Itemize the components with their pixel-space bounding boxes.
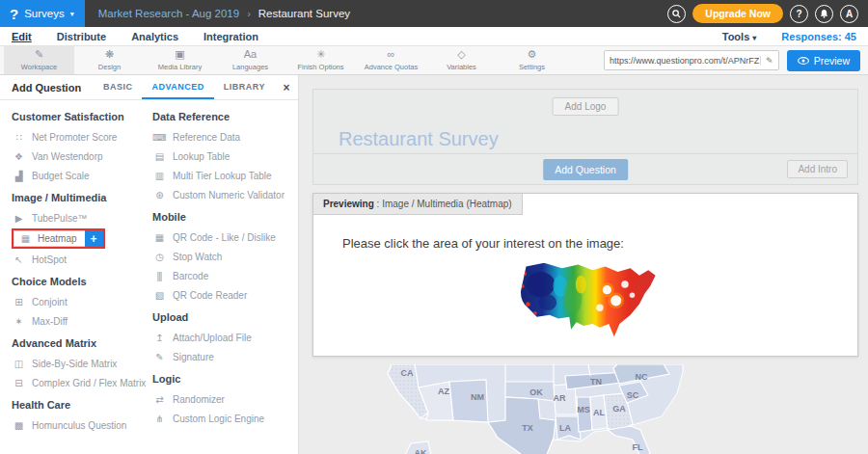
state-label-az: AZ	[438, 387, 449, 396]
breadcrumb-project[interactable]: Market Research - Aug 2019	[98, 8, 239, 19]
us-states-map: CA AZ NM OK AR TN NC SC MS AL GA TX LA F…	[299, 364, 868, 454]
question-preview-card: Previewing : Image / Multimedia (Heatmap…	[312, 193, 858, 357]
survey-url-input[interactable]	[610, 56, 760, 66]
survey-title[interactable]: Restaurant Survey	[339, 128, 499, 150]
section-upload: Upload	[152, 311, 297, 323]
notifications-button[interactable]	[815, 5, 833, 23]
tab-library[interactable]: LIBRARY	[214, 75, 275, 99]
add-intro-button[interactable]: Add Intro	[787, 160, 848, 178]
question-type-barcode[interactable]: ||| Barcode	[152, 266, 297, 285]
chain-links-icon: ∞	[388, 49, 395, 61]
state-label-ms: MS	[577, 405, 590, 414]
tab-basic[interactable]: BASIC	[94, 75, 143, 99]
question-type-stop-watch[interactable]: ◷ Stop Watch	[152, 247, 297, 266]
question-type-custom-logic-engine[interactable]: ⋔ Custom Logic Engine	[152, 409, 297, 428]
add-logo-button[interactable]: Add Logo	[553, 97, 619, 116]
question-type-conjoint[interactable]: ⊞ Conjoint	[12, 292, 152, 311]
nav-tab-distribute[interactable]: Distribute	[57, 31, 106, 42]
breadcrumb: Market Research - Aug 2019 › Restaurant …	[98, 0, 350, 27]
question-type-side-by-side-matrix[interactable]: ◫ Side-By-Side Matrix	[12, 354, 152, 373]
toolbar-finish-options[interactable]: ✳ Finish Options	[285, 46, 356, 74]
add-heatmap-button[interactable]: +	[85, 230, 103, 247]
state-label-sc: SC	[627, 390, 639, 400]
nav-tab-edit[interactable]: Edit	[12, 31, 32, 42]
toolbar-workspace[interactable]: ✎ Workspace	[4, 46, 74, 74]
toolbar-settings[interactable]: ⚙ Settings	[497, 46, 567, 74]
question-type-qr-code-reader[interactable]: ▧ QR Code Reader	[152, 285, 297, 305]
survey-nav: Edit Distribute Analytics Integration To…	[0, 27, 868, 46]
price-tag-icon: ❖	[12, 151, 25, 162]
chevron-down-icon: ▾	[70, 10, 74, 18]
heatmap-question-image[interactable]	[513, 259, 658, 338]
toolbar-languages[interactable]: Aa Languages	[215, 46, 285, 74]
responses-link[interactable]: Responses: 45	[781, 31, 856, 42]
net-promoter-score-icon: ∷	[12, 132, 25, 143]
question-type-tubepulse[interactable]: ▶ TubePulse™	[12, 208, 152, 227]
video-icon: ▶	[12, 213, 25, 224]
account-avatar[interactable]: A	[840, 5, 858, 23]
close-panel-button[interactable]: ×	[275, 75, 298, 99]
wand-icon: ✶	[12, 316, 25, 327]
section-data-reference: Data Reference	[152, 111, 297, 122]
toolbar-variables[interactable]: ◇ Variables	[426, 46, 497, 74]
content-area: Add Question BASIC ADVANCED LIBRARY × Cu…	[0, 75, 868, 454]
question-type-net-promoter-score[interactable]: ∷ Net Promoter Score	[12, 127, 152, 147]
question-text: Please click the area of your interest o…	[342, 236, 624, 251]
state-fl-shape	[608, 426, 650, 454]
top-bar: ? Surveys ▾ Market Research - Aug 2019 ›…	[0, 0, 868, 27]
search-icon	[672, 10, 681, 18]
search-button[interactable]	[667, 5, 686, 23]
edit-url-icon[interactable]: ✎	[760, 56, 773, 66]
add-question-button[interactable]: Add Question	[543, 159, 628, 180]
signature-icon: ✎	[152, 352, 166, 362]
nav-tab-analytics[interactable]: Analytics	[131, 31, 178, 42]
question-type-signature[interactable]: ✎ Signature	[152, 347, 297, 366]
section-image-multimedia: Image / Multimedia	[12, 192, 152, 203]
question-type-budget-scale[interactable]: ▟ Budget Scale	[12, 166, 152, 185]
tab-advanced[interactable]: ADVANCED	[142, 75, 213, 99]
question-type-max-diff[interactable]: ✶ Max-Diff	[12, 311, 152, 331]
qr-code-icon: ▦	[152, 232, 166, 243]
question-type-van-westendorp[interactable]: ❖ Van Westendorp	[12, 147, 152, 166]
question-type-lookup-table[interactable]: ▤ Lookup Table	[152, 147, 297, 166]
cursor-icon: ↖	[12, 254, 25, 265]
toolbar-design[interactable]: ❋ Design	[74, 46, 145, 74]
qr-reader-icon: ▧	[152, 290, 166, 301]
question-type-custom-numeric-validator[interactable]: ⊛ Custom Numeric Validator	[152, 185, 297, 204]
question-type-homunculus[interactable]: ▩ Homunculus Question	[12, 415, 152, 435]
question-type-complex-grid[interactable]: ⊟ Complex Grid / Flex Matrix	[12, 373, 152, 392]
state-label-ok: OK	[529, 387, 543, 397]
question-type-multi-tier-lookup[interactable]: ▥ Multi Tier Lookup Table	[152, 166, 297, 185]
matrix-icon: ◫	[12, 359, 25, 369]
section-choice-models: Choice Models	[12, 276, 152, 287]
header-actions: Upgrade Now ? A	[667, 0, 858, 27]
bell-icon	[820, 9, 828, 18]
branch-icon: ⋔	[152, 414, 166, 424]
translate-icon: Aa	[244, 49, 257, 61]
keyboard-icon: ⌨	[152, 132, 166, 143]
question-type-hotspot[interactable]: ↖ HotSpot	[12, 250, 152, 269]
surveys-menu[interactable]: ? Surveys ▾	[0, 0, 85, 27]
toolbar-advance-quotas[interactable]: ∞ Advance Quotas	[356, 46, 426, 74]
breadcrumb-separator-icon: ›	[247, 8, 251, 19]
preview-button[interactable]: Preview	[787, 50, 860, 71]
question-type-qr-like-dislike[interactable]: ▦ QR Code - Like / Dislike	[152, 227, 297, 247]
upgrade-now-button[interactable]: Upgrade Now	[692, 4, 783, 23]
tools-menu[interactable]: Tools ▾	[722, 31, 757, 42]
add-question-panel: Add Question BASIC ADVANCED LIBRARY × Cu…	[0, 75, 299, 454]
question-type-heatmap-highlighted[interactable]: ▦ Heatmap +	[12, 228, 105, 249]
toolbar-media-library[interactable]: ▣ Media Library	[145, 46, 215, 74]
magic-wand-icon: ✳	[316, 49, 325, 61]
stopwatch-icon: ◷	[152, 252, 166, 262]
question-type-attach-upload-file[interactable]: ↥ Attach/Upload File	[152, 328, 297, 347]
question-type-randomizer[interactable]: ⇄ Randomizer	[152, 389, 297, 409]
nav-tab-integration[interactable]: Integration	[203, 31, 258, 42]
stacked-table-icon: ▥	[152, 171, 166, 181]
state-label-tx: TX	[522, 423, 533, 433]
section-logic: Logic	[152, 373, 297, 385]
survey-header-card: Add Logo Restaurant Survey Add Question …	[312, 89, 858, 185]
help-button[interactable]: ?	[790, 5, 808, 23]
tag-icon: ◇	[457, 49, 465, 61]
question-type-reference-data[interactable]: ⌨ Reference Data	[152, 127, 297, 147]
grid-cards-icon: ⊞	[12, 297, 25, 307]
